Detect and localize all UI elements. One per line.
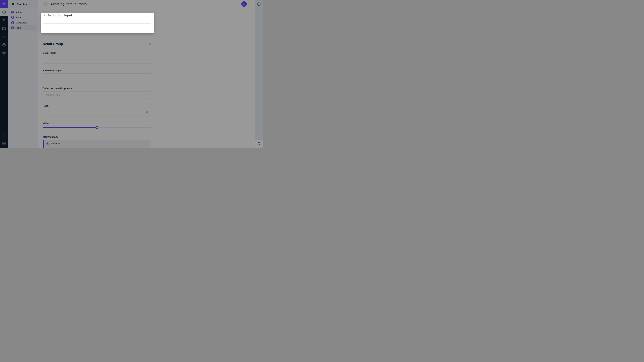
sidebar-item-author[interactable]: Author (10, 10, 36, 15)
many-to-many-empty-notice: No items (43, 140, 151, 148)
kebab-menu-icon[interactable] (248, 2, 250, 6)
bell-icon (2, 133, 6, 137)
chevron-down-icon[interactable] (148, 42, 152, 46)
sidebar-item-label: Blogs (16, 16, 21, 19)
sidebar-item-posts[interactable]: Posts (10, 25, 36, 30)
info-sidebar-button[interactable] (255, 0, 263, 8)
account-button[interactable] (0, 139, 8, 147)
folder-icon (2, 26, 6, 30)
module-insights-button[interactable] (0, 33, 8, 41)
module-bar (0, 0, 8, 148)
module-content-button[interactable] (0, 8, 8, 16)
info-circle-icon (46, 142, 49, 145)
app-window: Directus Author Blogs (0, 0, 263, 148)
check-icon (242, 2, 246, 5)
module-files-button[interactable] (0, 24, 8, 32)
module-docs-button[interactable] (0, 41, 8, 49)
module-settings-button[interactable] (0, 49, 8, 57)
slider-label: Slider (43, 122, 49, 125)
page-title: Creating Item in Posts (51, 2, 86, 6)
sidebar-item-label: Author (16, 11, 22, 13)
slider-handle[interactable] (96, 126, 98, 129)
people-icon (2, 18, 6, 22)
dropdown-placeholder: Select an item... (46, 94, 146, 96)
collections-sidebar: Directus Author Blogs (8, 0, 38, 148)
directus-rabbit-icon (2, 1, 6, 6)
accordion-input-field[interactable] (43, 23, 151, 31)
database-icon (11, 16, 14, 19)
gear-icon (2, 51, 6, 55)
fan-icon (11, 2, 15, 6)
cube-icon (2, 10, 6, 14)
chart-sparkle-icon (2, 35, 6, 39)
section-divider (43, 47, 151, 47)
database-icon (11, 11, 14, 14)
notifications-button[interactable] (0, 131, 8, 139)
directus-logo-button[interactable] (0, 0, 8, 8)
back-button[interactable] (43, 1, 48, 6)
accordion-input-card: Accordion Input (41, 12, 154, 33)
avatar-circle-icon (2, 141, 6, 146)
sidebar-item-blogs[interactable]: Blogs (10, 15, 36, 20)
detail-group-title: Detail Group (43, 42, 63, 46)
clipboard-clock-icon (257, 142, 261, 146)
save-button[interactable] (241, 1, 247, 7)
detail-input-field[interactable] (43, 56, 151, 63)
chevron-down-icon (146, 93, 148, 96)
revisions-sidebar-button[interactable] (255, 140, 263, 148)
arrow-left-icon (44, 2, 47, 6)
module-users-button[interactable] (0, 16, 8, 24)
hash-field-wrap (43, 109, 151, 116)
raw-group-input-field[interactable] (43, 73, 151, 81)
sidebar-item-label: Posts (16, 26, 21, 29)
collection-item-dropdown-label: Collection Item Dropdown (43, 87, 72, 90)
help-circle-icon (2, 43, 6, 47)
project-chooser[interactable]: Directus (8, 0, 38, 8)
chevron-down-icon[interactable] (43, 14, 46, 17)
slider-fill (43, 127, 97, 128)
info-circle-icon (257, 2, 261, 6)
sidebar-item-label: Languages (16, 21, 27, 24)
hash-input-field[interactable] (43, 109, 151, 116)
section-divider (43, 10, 151, 11)
accordion-input-title: Accordion Input (48, 13, 72, 17)
slider[interactable] (43, 127, 151, 128)
lock-open-icon (146, 111, 149, 114)
hash-label: Hash (43, 105, 48, 107)
empty-items-text: No items (51, 142, 60, 145)
project-name: Directus (17, 3, 27, 5)
raw-group-input-label: Raw Group Input (43, 69, 62, 72)
page-header: Creating Item in Posts (38, 0, 255, 8)
many-to-many-label: Many to Many (43, 136, 58, 138)
database-icon (11, 26, 14, 29)
collection-item-dropdown[interactable]: Select an item... (43, 91, 151, 99)
detail-input-label: Detail Input (43, 52, 56, 54)
right-sidebar (255, 0, 263, 148)
database-icon (11, 21, 14, 24)
sidebar-item-languages[interactable]: Languages (10, 20, 36, 25)
